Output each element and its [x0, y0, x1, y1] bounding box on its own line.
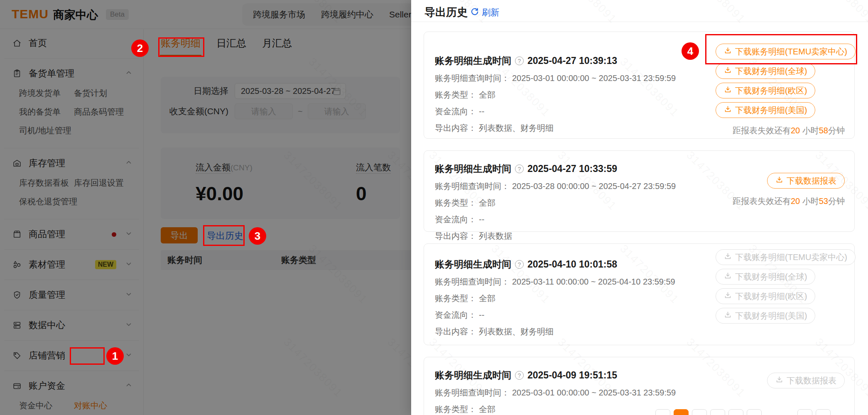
pagination-page[interactable] — [728, 409, 743, 415]
download-icon — [724, 47, 732, 56]
download-button-label: 下载财务明细(美国) — [735, 105, 807, 116]
generate-time-label: 账务明细生成时间 — [435, 54, 511, 67]
field-value: 全部 — [479, 90, 495, 99]
generate-time-value: 2025-04-27 10:39:13 — [527, 55, 617, 66]
download-icon — [724, 272, 732, 282]
pagination-page[interactable] — [816, 409, 831, 415]
pagination-page[interactable] — [797, 409, 812, 415]
generate-time-label: 账务明细生成时间 — [435, 258, 511, 271]
field-label: 账务明细查询时间： — [435, 74, 510, 83]
download-button[interactable]: 下载数据报表 — [767, 173, 845, 189]
download-icon — [724, 86, 732, 96]
download-buttons: 下载数据报表 — [716, 373, 845, 392]
report-expiry-countdown: 距报表失效还有20 小时58分钟 — [733, 125, 845, 136]
field-label: 资金流向： — [435, 310, 476, 319]
download-button[interactable]: 下载财务明细(全球) — [716, 63, 815, 79]
field-value: -- — [479, 107, 484, 116]
field-value: 全部 — [479, 198, 495, 207]
field-value: 列表数据、财务明细 — [479, 123, 554, 133]
field-value: 全部 — [479, 294, 495, 303]
page: TEMU 商家中心 Beta 跨境服务市场跨境履约中心Seller Ce 首页备… — [0, 0, 868, 415]
field-value: 列表数据 — [479, 231, 512, 241]
download-button: 下载财务明细(全球) — [716, 269, 815, 285]
field-label: 账务类型： — [435, 294, 476, 303]
annotation-step-3: 3 — [249, 227, 266, 245]
field-value: -- — [479, 215, 484, 224]
help-icon[interactable]: ? — [515, 56, 524, 65]
download-button: 下载账务明细(TEMU卖家中心) — [716, 249, 856, 265]
field-value: 2025-03-01 00:00:00 ~ 2025-03-31 23:59:5… — [512, 74, 676, 83]
download-button-label: 下载财务明细(全球) — [735, 271, 807, 282]
generate-time-label: 账务明细生成时间 — [435, 369, 511, 382]
field-label: 账务明细查询时间： — [435, 182, 510, 191]
record-field-row: 导出内容：列表数据 — [435, 231, 854, 242]
pagination-prev[interactable] — [655, 409, 670, 415]
field-label: 账务类型： — [435, 90, 476, 99]
field-value: 2025-03-01 00:00:00 ~ 2025-03-31 23:59:5… — [512, 388, 676, 397]
download-button-label: 下载账务明细(TEMU卖家中心) — [735, 46, 847, 57]
download-button-label: 下载财务明细(美国) — [735, 310, 807, 322]
download-buttons: 下载账务明细(TEMU卖家中心)下载财务明细(全球)下载财务明细(欧区)下载财务… — [716, 249, 845, 327]
field-label: 账务类型： — [435, 198, 476, 207]
field-label: 资金流向： — [435, 107, 476, 116]
record-field-row: 资金流向：-- — [435, 214, 854, 225]
field-label: 账务明细查询时间： — [435, 277, 510, 286]
drawer-title: 导出历史 — [424, 5, 468, 20]
download-button-label: 下载财务明细(欧区) — [735, 291, 807, 302]
generate-time-label: 账务明细生成时间 — [435, 162, 511, 175]
record-field-row: 导出内容：列表数据、财务明细 — [435, 326, 854, 337]
refresh-label: 刷新 — [482, 7, 499, 18]
export-history-drawer: 导出历史 刷新 账务明细生成时间?2025-04-27 10:39:13账务明细… — [411, 0, 868, 415]
generate-time-value: 2025-04-09 19:51:15 — [527, 370, 617, 381]
refresh-icon — [471, 7, 479, 18]
download-icon — [724, 252, 732, 262]
export-record-list: 账务明细生成时间?2025-04-27 10:39:13账务明细查询时间：202… — [424, 22, 855, 415]
pagination-page[interactable] — [710, 409, 725, 415]
export-record-card: 账务明细生成时间?2025-04-27 10:39:13账务明细查询时间：202… — [424, 32, 855, 139]
download-buttons: 下载账务明细(TEMU卖家中心)下载财务明细(全球)下载财务明细(欧区)下载财务… — [716, 44, 845, 136]
report-expiry-countdown: 距报表失效还有20 小时53分钟 — [733, 196, 845, 207]
annotation-step-2: 2 — [131, 39, 149, 57]
generate-time-value: 2025-04-10 10:01:58 — [527, 259, 617, 270]
download-icon — [775, 176, 783, 186]
download-icon — [775, 376, 783, 386]
download-button-label: 下载财务明细(欧区) — [735, 85, 807, 96]
help-icon[interactable]: ? — [515, 371, 524, 380]
field-label: 导出内容： — [435, 123, 476, 133]
field-value: 2025-03-11 00:00:00 ~ 2025-04-10 23:59:5… — [512, 277, 675, 286]
download-button[interactable]: 下载财务明细(美国) — [716, 102, 815, 118]
export-record-card: 账务明细生成时间?2025-04-27 10:33:59账务明细查询时间：202… — [424, 150, 855, 232]
field-label: 账务明细查询时间： — [435, 388, 510, 397]
download-button-label: 下载账务明细(TEMU卖家中心) — [735, 252, 847, 263]
download-button-label: 下载财务明细(全球) — [735, 66, 807, 77]
export-record-card: 账务明细生成时间?2025-04-10 10:01:58账务明细查询时间：202… — [424, 243, 855, 345]
field-value: -- — [479, 310, 484, 319]
pagination-page[interactable] — [674, 409, 689, 415]
field-label: 资金流向： — [435, 215, 476, 224]
download-icon — [724, 311, 732, 321]
annotation-step-4: 4 — [682, 42, 699, 60]
download-button: 下载数据报表 — [767, 373, 845, 388]
field-label: 导出内容： — [435, 231, 476, 241]
download-icon — [724, 291, 732, 301]
download-buttons: 下载数据报表距报表失效还有20 小时53分钟 — [716, 173, 845, 207]
field-value: 2025-03-28 00:00:00 ~ 2025-04-27 23:59:5… — [512, 182, 676, 191]
download-button[interactable]: 下载账务明细(TEMU卖家中心) — [716, 44, 856, 59]
pagination-page[interactable] — [747, 409, 762, 415]
download-button-label: 下载数据报表 — [787, 375, 836, 386]
pagination — [411, 409, 868, 415]
download-button-label: 下载数据报表 — [787, 175, 836, 187]
help-icon[interactable]: ? — [515, 260, 524, 269]
download-button: 下载财务明细(欧区) — [716, 288, 815, 304]
annotation-step-1: 1 — [106, 347, 124, 365]
download-icon — [724, 66, 732, 76]
field-label: 导出内容： — [435, 327, 476, 336]
refresh-button[interactable]: 刷新 — [471, 7, 499, 18]
help-icon[interactable]: ? — [515, 165, 524, 173]
field-value: 列表数据、财务明细 — [479, 327, 554, 336]
download-icon — [724, 105, 732, 115]
export-record-card: 账务明细生成时间?2025-04-09 19:51:15账务明细查询时间：202… — [424, 357, 855, 415]
pagination-page[interactable] — [692, 409, 707, 415]
generate-time-value: 2025-04-27 10:33:59 — [527, 163, 617, 174]
download-button[interactable]: 下载财务明细(欧区) — [716, 83, 815, 98]
